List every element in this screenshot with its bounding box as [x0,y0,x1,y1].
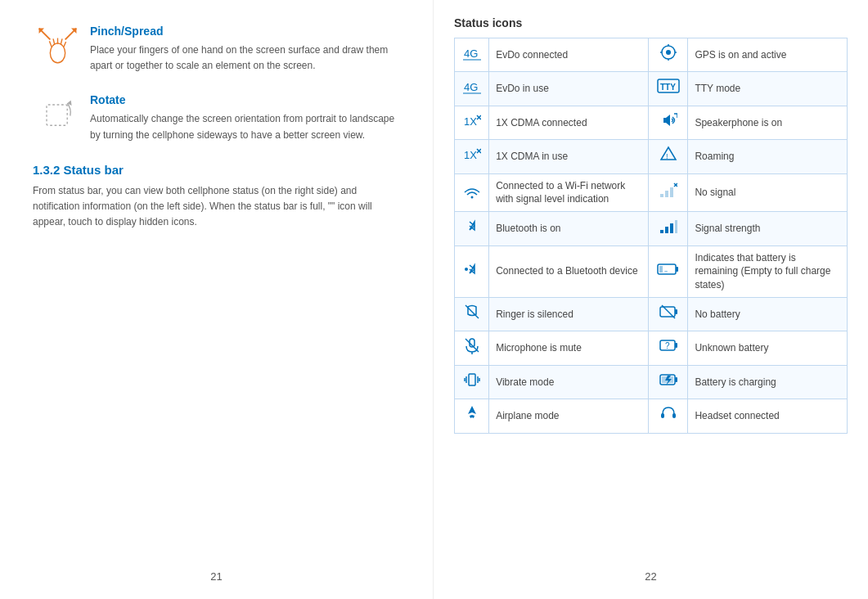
status-bar-section: 1.3.2 Status bar From status bar, you ca… [33,163,400,231]
right-page: Status icons 4GEvDo connectedGPS is on a… [434,0,868,599]
label-cell-right: Battery is charging [688,365,848,399]
label-cell-right: Signal strength [688,212,848,245]
label-cell-right: Roaming [688,140,848,173]
svg-rect-47 [659,266,663,272]
pinch-spread-block: Pinch/Spread Place your fingers of one h… [33,25,400,85]
icon-cell-left [455,365,489,399]
svg-rect-37 [670,187,673,197]
rotate-block: Rotate Automatically change the screen o… [33,93,400,154]
icon-cell-left [455,173,489,212]
icon-cell-left: 1X [455,140,489,173]
status-icons-table: 4GEvDo connectedGPS is on and active4GEv… [454,38,848,434]
left-page: Pinch/Spread Place your fingers of one h… [0,0,434,599]
svg-text:!: ! [666,152,668,160]
svg-text:1X: 1X [464,115,477,128]
label-cell-right: TTY mode [688,72,848,106]
icon-cell-left: 4G [455,72,489,106]
pinch-spread-title: Pinch/Spread [90,25,400,38]
icon-cell-right [648,38,688,72]
svg-rect-57 [675,343,677,348]
svg-marker-32 [661,147,676,160]
svg-text:TTY: TTY [660,83,676,92]
label-cell-left: 1X CDMA in use [489,140,649,173]
rotate-text-block: Rotate Automatically change the screen o… [90,93,400,154]
svg-text:4G: 4G [464,81,478,93]
svg-text:?: ? [665,341,670,350]
table-row: Vibrate modeBattery is charging [455,365,848,399]
icon-cell-right: ! [648,140,688,173]
svg-rect-43 [675,220,677,233]
icon-cell-left [455,399,489,433]
label-cell-right: Unknown battery [688,331,848,365]
rotate-title: Rotate [90,93,400,106]
icon-cell-left [455,331,489,365]
icon-cell-left [455,212,489,245]
table-row: Connected to a Wi-Fi network with signal… [455,173,848,212]
label-cell-left: EvDo connected [489,38,649,72]
svg-rect-69 [672,413,676,418]
svg-point-34 [470,196,473,199]
table-row: 4GEvDo connectedGPS is on and active [455,38,848,72]
rotate-icon [33,93,82,138]
label-cell-left: 1X CDMA connected [489,106,649,139]
status-icons-title: Status icons [454,16,848,29]
svg-line-8 [61,38,62,44]
label-cell-right: Headset connected [688,399,848,433]
label-cell-left: Connected to a Bluetooth device [489,245,649,297]
svg-rect-36 [665,191,668,197]
svg-rect-35 [660,194,663,197]
svg-rect-40 [660,230,663,233]
label-cell-right: Indicates that battery is remaining (Emp… [688,245,848,297]
table-row: Bluetooth is onSignal strength [455,212,848,245]
label-cell-left: Ringer is silenced [489,297,649,331]
label-cell-left: EvDo in use [489,72,649,106]
page-number-right: 22 [645,570,656,583]
svg-rect-46 [676,267,678,272]
icon-cell-right: TTY [648,72,688,106]
svg-point-4 [50,43,65,63]
svg-rect-59 [469,374,475,385]
label-cell-right: No battery [688,297,848,331]
svg-rect-42 [670,223,673,233]
svg-text:~: ~ [664,268,668,274]
status-bar-heading: 1.3.2 Status bar [33,163,400,177]
label-cell-right: Speakerphone is on [688,106,848,139]
svg-line-5 [49,41,52,47]
table-row: 1X1X CDMA in use!Roaming [455,140,848,173]
icon-cell-right [648,173,688,212]
icon-cell-left: 1X [455,106,489,139]
svg-rect-51 [675,309,677,314]
label-cell-right: No signal [688,173,848,212]
icon-cell-left [455,245,489,297]
icon-cell-left [455,297,489,331]
pinch-icon [33,25,82,70]
icon-cell-right [648,297,688,331]
icon-cell-right [648,399,688,433]
label-cell-left: Airplane mode [489,399,649,433]
table-row: 1X1X CDMA connectedSpeakerphone is on [455,106,848,139]
svg-line-9 [63,42,65,47]
svg-rect-41 [665,227,668,233]
svg-rect-65 [675,377,677,382]
label-cell-right: GPS is on and active [688,38,848,72]
label-cell-left: Connected to a Wi-Fi network with signal… [489,173,649,212]
table-row: Airplane modeHeadset connected [455,399,848,433]
status-bar-body: From status bar, you can view both cellp… [33,183,400,231]
icon-cell-left: 4G [455,38,489,72]
icon-cell-right: ~ [648,245,688,297]
page-number-left: 21 [210,570,222,583]
svg-point-44 [465,268,468,271]
svg-text:4G: 4G [464,47,478,60]
label-cell-left: Bluetooth is on [489,212,649,245]
icon-cell-right [648,106,688,139]
pinch-spread-body: Place your fingers of one hand on the sc… [90,43,400,74]
svg-rect-10 [47,105,67,125]
svg-point-15 [666,50,671,55]
table-row: Microphone is mute?Unknown battery [455,331,848,365]
svg-line-6 [53,38,55,44]
svg-text:1X: 1X [464,149,477,161]
rotate-body: Automatically change the screen orientat… [90,111,400,142]
icon-cell-right [648,212,688,245]
table-row: Ringer is silencedNo battery [455,297,848,331]
table-row: 4GEvDo in useTTYTTY mode [455,72,848,106]
